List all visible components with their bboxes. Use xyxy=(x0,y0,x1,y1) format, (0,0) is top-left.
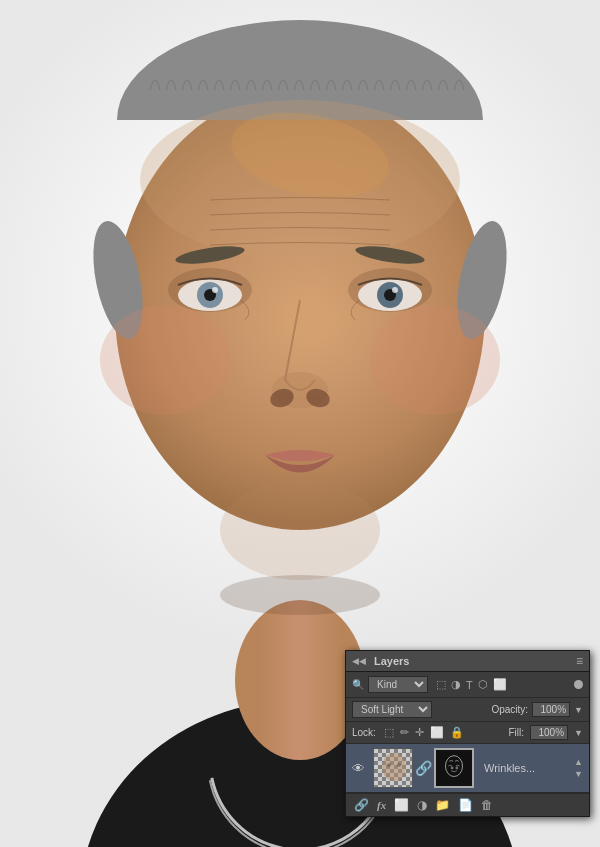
lock-move-icon[interactable]: ✛ xyxy=(415,726,424,739)
filter-icons-group: ⬚ ◑ T ⬡ ⬜ xyxy=(436,678,507,691)
adjustment-layer-icon[interactable]: ◑ xyxy=(417,798,427,812)
blend-mode-dropdown[interactable]: Normal Dissolve Soft Light Hard Light Ov… xyxy=(352,701,432,718)
layer-mask-thumbnail xyxy=(434,748,474,788)
search-icon: 🔍 xyxy=(352,679,364,690)
panel-collapse-arrows[interactable]: ◀◀ xyxy=(352,656,366,666)
filter-adjust-icon[interactable]: ◑ xyxy=(451,678,461,691)
layer-image-thumbnail xyxy=(373,748,413,788)
layers-bottom-bar: 🔗 fx ⬜ ◑ 📁 📄 🗑 xyxy=(346,793,589,816)
fx-icon[interactable]: fx xyxy=(377,799,386,811)
filter-smart-icon[interactable]: ⬜ xyxy=(493,678,507,691)
opacity-label: Opacity: xyxy=(491,704,528,715)
svg-point-2 xyxy=(397,763,401,767)
new-layer-icon[interactable]: 📄 xyxy=(458,798,473,812)
scroll-down-arrow[interactable]: ▼ xyxy=(574,769,583,779)
new-group-icon[interactable]: 📁 xyxy=(435,798,450,812)
lock-row: Lock: ⬚ ✏ ✛ ⬜ 🔒 Fill: ▼ xyxy=(346,722,589,744)
filter-text-icon[interactable]: T xyxy=(466,679,473,691)
fill-label: Fill: xyxy=(509,727,525,738)
layers-title-bar: ◀◀ Layers ≡ xyxy=(346,651,589,672)
filter-toggle-dot[interactable] xyxy=(574,680,583,689)
link-layers-icon[interactable]: 🔗 xyxy=(354,798,369,812)
fill-input[interactable] xyxy=(530,725,568,740)
blend-mode-row: Normal Dissolve Soft Light Hard Light Ov… xyxy=(346,698,589,722)
lock-brush-icon[interactable]: ✏ xyxy=(400,726,409,739)
layer-name-label: Wrinkles... xyxy=(484,762,535,774)
fill-arrow[interactable]: ▼ xyxy=(574,728,583,738)
filter-shape-icon[interactable]: ⬡ xyxy=(478,678,488,691)
panel-menu-button[interactable]: ≡ xyxy=(576,654,583,668)
layers-search-row: 🔍 Kind Name Effect Mode Attribute Color … xyxy=(346,672,589,698)
svg-point-5 xyxy=(451,767,454,770)
layer-row[interactable]: 👁 🔗 xyxy=(346,744,589,793)
kind-filter-dropdown[interactable]: Kind Name Effect Mode Attribute Color xyxy=(368,676,428,693)
lock-artboard-icon[interactable]: ⬜ xyxy=(430,726,444,739)
scroll-up-arrow[interactable]: ▲ xyxy=(574,757,583,767)
svg-point-1 xyxy=(387,763,391,767)
svg-point-6 xyxy=(455,767,458,770)
lock-label: Lock: xyxy=(352,727,376,738)
delete-layer-icon[interactable]: 🗑 xyxy=(481,798,493,812)
layer-thumbnail-group: 🔗 xyxy=(373,748,474,788)
opacity-arrow[interactable]: ▼ xyxy=(574,705,583,715)
lock-checkerboard-icon[interactable]: ⬚ xyxy=(384,726,394,739)
add-mask-icon[interactable]: ⬜ xyxy=(394,798,409,812)
layer-scroll-controls: ▲ ▼ xyxy=(574,757,583,779)
layer-chain-icon: 🔗 xyxy=(415,760,432,776)
layers-panel: ◀◀ Layers ≡ 🔍 Kind Name Effect Mode Attr… xyxy=(345,650,590,817)
layer-visibility-eye[interactable]: 👁 xyxy=(352,761,365,776)
filter-pixel-icon[interactable]: ⬚ xyxy=(436,678,446,691)
opacity-input[interactable] xyxy=(532,702,570,717)
panel-title: Layers xyxy=(374,655,409,667)
svg-point-0 xyxy=(382,753,406,781)
lock-all-icon[interactable]: 🔒 xyxy=(450,726,464,739)
